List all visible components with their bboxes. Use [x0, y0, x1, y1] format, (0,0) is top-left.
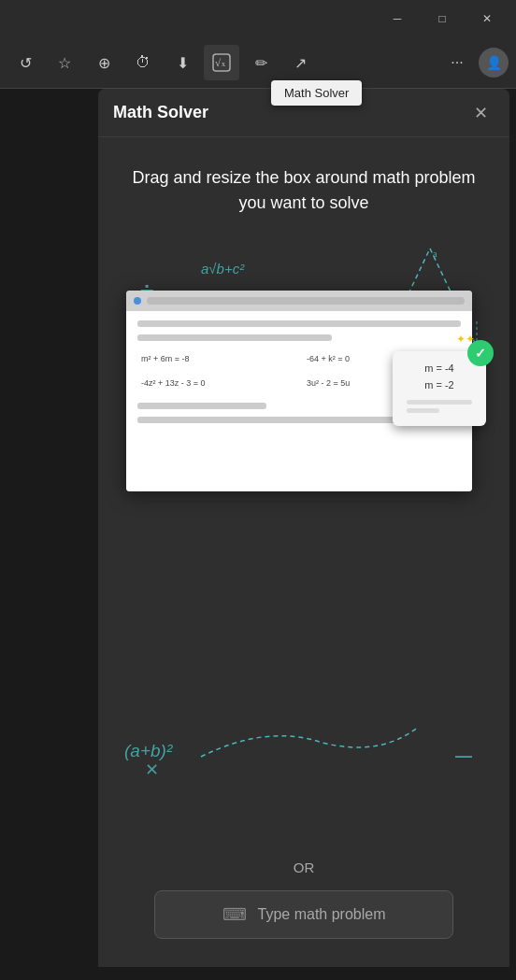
- math-illustration: a c b ÷ a√b+c² m² + 6m = -8: [117, 244, 491, 841]
- star-icon[interactable]: ☆: [47, 45, 82, 80]
- mockup-line-2: [137, 334, 332, 341]
- download-icon[interactable]: ⬇: [165, 45, 200, 80]
- mockup-bar: [147, 297, 465, 305]
- math-solver-tooltip: Math Solver: [271, 80, 362, 106]
- minimize-button[interactable]: ─: [376, 4, 419, 34]
- arc-decoration: [192, 719, 425, 766]
- panel-close-button[interactable]: ✕: [466, 99, 494, 127]
- result-line-1: [407, 400, 472, 405]
- type-math-button[interactable]: ⌨ Type math problem: [154, 890, 453, 939]
- equation-1: m² + 6m = -8: [137, 350, 295, 367]
- mockup-line-3: [137, 403, 266, 409]
- svg-text:√: √: [215, 57, 222, 68]
- keyboard-icon: ⌨: [222, 904, 247, 925]
- mockup-dot: [134, 297, 141, 305]
- share-icon[interactable]: ↗: [282, 45, 318, 80]
- panel-title: Math Solver: [113, 103, 466, 122]
- mockup-line-1: [137, 320, 461, 327]
- quadratic-expression: (a+b)²: [124, 741, 172, 761]
- svg-text:x: x: [222, 60, 225, 68]
- title-bar: ─ □ ✕: [0, 0, 516, 37]
- avatar[interactable]: 👤: [479, 48, 509, 78]
- result-lines: [407, 400, 472, 417]
- dash-symbol: —: [455, 746, 472, 766]
- more-icon[interactable]: ···: [439, 45, 475, 80]
- multiply-symbol: ✕: [145, 760, 159, 780]
- panel-content: Drag and resize the box around math prob…: [98, 137, 509, 967]
- refresh-icon[interactable]: ↺: [7, 45, 43, 80]
- history-icon[interactable]: ⏱: [125, 45, 161, 80]
- close-button[interactable]: ✕: [466, 4, 509, 34]
- browser-toolbar: ↺ ☆ ⊕ ⏱ ⬇ √ x ✏ ↗ ··· 👤: [0, 37, 516, 89]
- maximize-button[interactable]: □: [421, 4, 464, 34]
- result-text: m = -4m = -2: [424, 361, 453, 393]
- type-math-label: Type math problem: [258, 906, 386, 923]
- result-line-2: [407, 408, 439, 413]
- tooltip-text: Math Solver: [284, 86, 349, 100]
- or-label: OR: [294, 859, 315, 875]
- svg-text:a: a: [433, 249, 437, 259]
- check-circle-icon: ✓: [467, 340, 494, 366]
- result-card: ✦✦ ✓ m = -4m = -2: [393, 351, 486, 426]
- mockup-titlebar: [126, 291, 472, 311]
- math-solver-panel: Math Solver ✕ Drag and resize the box ar…: [98, 89, 509, 967]
- collections-icon[interactable]: ⊕: [86, 45, 122, 80]
- draw-icon[interactable]: ✏: [243, 45, 279, 80]
- equation-3: -4z² + 13z - 3 = 0: [137, 375, 295, 391]
- instruction-text: Drag and resize the box around math prob…: [117, 165, 491, 216]
- math-solver-toolbar-icon[interactable]: √ x: [204, 45, 239, 80]
- sqrt-expression: a√b+c²: [201, 261, 244, 277]
